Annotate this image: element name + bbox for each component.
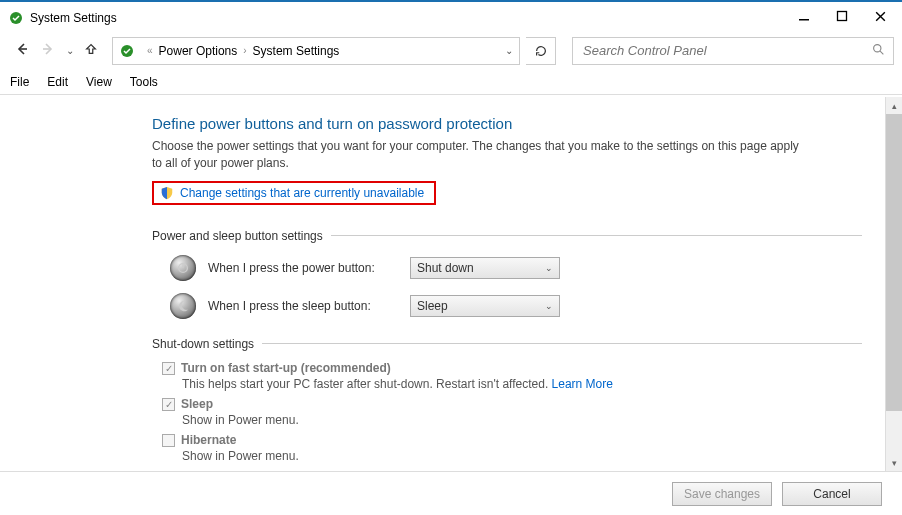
hibernate-checkbox[interactable]: ✓	[162, 434, 175, 447]
chevron-down-icon: ⌄	[545, 301, 553, 311]
svg-rect-2	[838, 12, 847, 21]
menu-file[interactable]: File	[10, 75, 29, 89]
scroll-down-button[interactable]: ▾	[886, 454, 902, 471]
svg-point-4	[874, 44, 881, 51]
power-button-combo[interactable]: Shut down ⌄	[410, 257, 560, 279]
address-dropdown-icon[interactable]: ⌄	[505, 45, 513, 56]
breadcrumb-prefix-icon: «	[147, 45, 153, 56]
power-button-value: Shut down	[417, 261, 474, 275]
breadcrumb-separator-icon: ›	[243, 45, 246, 56]
title-bar: System Settings	[0, 2, 902, 33]
sleep-option-sub: Show in Power menu.	[182, 413, 862, 427]
sleep-button-combo[interactable]: Sleep ⌄	[410, 295, 560, 317]
window-title: System Settings	[30, 11, 796, 25]
change-settings-highlight: Change settings that are currently unava…	[152, 181, 436, 205]
shield-icon	[160, 186, 174, 200]
search-icon[interactable]	[872, 43, 885, 59]
sleep-button-icon	[170, 293, 196, 319]
learn-more-link[interactable]: Learn More	[552, 377, 613, 391]
sleep-option-label: Sleep	[181, 397, 213, 411]
svg-rect-1	[799, 19, 809, 21]
cancel-button[interactable]: Cancel	[782, 482, 882, 506]
content-area: Define power buttons and turn on passwor…	[0, 97, 902, 471]
svg-rect-6	[182, 263, 183, 268]
back-button[interactable]	[14, 41, 30, 60]
app-icon	[8, 10, 24, 26]
hibernate-option-sub: Show in Power menu.	[182, 449, 862, 463]
up-button[interactable]	[84, 42, 98, 59]
change-settings-link[interactable]: Change settings that are currently unava…	[180, 186, 424, 200]
close-button[interactable]	[872, 10, 888, 26]
page-heading: Define power buttons and turn on passwor…	[152, 115, 862, 132]
refresh-button[interactable]	[526, 37, 556, 65]
scroll-thumb[interactable]	[886, 114, 902, 411]
breadcrumb-level1[interactable]: Power Options	[159, 44, 238, 58]
maximize-button[interactable]	[834, 10, 850, 25]
search-input[interactable]	[581, 42, 872, 59]
minimize-button[interactable]	[796, 10, 812, 25]
sleep-checkbox[interactable]: ✓	[162, 398, 175, 411]
search-box[interactable]	[572, 37, 894, 65]
menu-view[interactable]: View	[86, 75, 112, 89]
footer-bar: Save changes Cancel	[0, 471, 902, 515]
menu-tools[interactable]: Tools	[130, 75, 158, 89]
section-shutdown-label: Shut-down settings	[152, 337, 254, 351]
control-panel-icon	[119, 43, 135, 59]
breadcrumb-level2[interactable]: System Settings	[253, 44, 340, 58]
section-power-sleep: Power and sleep button settings	[152, 229, 862, 243]
section-shutdown: Shut-down settings	[152, 337, 862, 351]
vertical-scrollbar[interactable]: ▴ ▾	[885, 97, 902, 471]
forward-button[interactable]	[40, 41, 56, 60]
scroll-up-button[interactable]: ▴	[886, 97, 902, 114]
sleep-button-value: Sleep	[417, 299, 448, 313]
menu-edit[interactable]: Edit	[47, 75, 68, 89]
power-button-icon	[170, 255, 196, 281]
menu-bar: File Edit View Tools	[0, 69, 902, 95]
page-description: Choose the power settings that you want …	[152, 138, 812, 173]
power-button-label: When I press the power button:	[208, 261, 398, 275]
chevron-down-icon: ⌄	[545, 263, 553, 273]
section-power-sleep-label: Power and sleep button settings	[152, 229, 323, 243]
sleep-button-label: When I press the sleep button:	[208, 299, 398, 313]
fast-startup-label: Turn on fast start-up (recommended)	[181, 361, 391, 375]
fast-startup-checkbox[interactable]: ✓	[162, 362, 175, 375]
save-changes-button[interactable]: Save changes	[672, 482, 772, 506]
navigation-bar: ⌄ « Power Options › System Settings ⌄	[0, 33, 902, 69]
address-bar[interactable]: « Power Options › System Settings ⌄	[112, 37, 520, 65]
fast-startup-sub: This helps start your PC faster after sh…	[182, 377, 552, 391]
recent-dropdown[interactable]: ⌄	[66, 45, 74, 56]
hibernate-option-label: Hibernate	[181, 433, 236, 447]
